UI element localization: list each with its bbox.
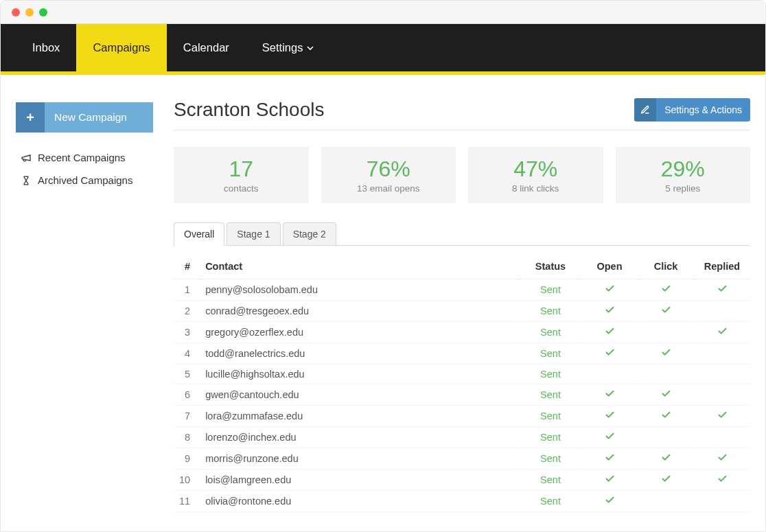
sidebar-link-archived-campaigns[interactable]: Archived Campaigns: [16, 169, 153, 192]
row-replied: [694, 384, 750, 406]
top-nav: InboxCampaignsCalendarSettings: [1, 24, 765, 75]
table-row[interactable]: 11olivia@rontone.eduSent: [174, 491, 750, 512]
row-replied: [694, 448, 750, 470]
row-click: [638, 279, 694, 301]
nav-item-label: Campaigns: [93, 41, 150, 54]
row-replied: [694, 427, 750, 448]
stat-label: 13 email opens: [328, 183, 450, 194]
check-icon: [661, 454, 671, 465]
hourglass-icon: [19, 175, 34, 186]
row-click: [638, 301, 694, 322]
main-area: + New Campaign Recent CampaignsArchived …: [1, 75, 765, 532]
sidebar-link-recent-campaigns[interactable]: Recent Campaigns: [16, 146, 153, 169]
row-click: [638, 322, 694, 343]
table-row[interactable]: 7lora@zummafase.eduSent: [174, 406, 750, 427]
check-icon: [605, 411, 615, 422]
check-icon: [605, 349, 615, 360]
nav-item-inbox[interactable]: Inbox: [16, 24, 76, 71]
check-icon: [605, 432, 615, 443]
contacts-table-wrap: # Contact Status Open Click Replied 1pen…: [174, 255, 750, 532]
table-row[interactable]: 8lorenzo@inchex.eduSent: [174, 427, 750, 448]
stat-card: 76%13 email opens: [321, 147, 456, 203]
row-replied: [694, 470, 750, 491]
row-open: [581, 384, 638, 406]
col-open: Open: [581, 255, 638, 279]
row-contact: morris@runzone.edu: [200, 448, 520, 470]
check-icon: [717, 327, 728, 338]
stat-value: 29%: [623, 157, 744, 182]
table-row[interactable]: 2conrad@tresgeoex.eduSent: [174, 301, 750, 322]
settings-actions-button[interactable]: Settings & Actions: [634, 98, 750, 122]
check-icon: [661, 475, 671, 486]
tab-stage-1[interactable]: Stage 1: [227, 222, 280, 245]
sidebar-link-label: Archived Campaigns: [38, 174, 132, 186]
stat-label: 5 replies: [623, 183, 744, 194]
row-replied: [694, 406, 750, 427]
row-click: [638, 448, 694, 470]
check-icon: [605, 327, 615, 338]
check-icon: [605, 285, 615, 296]
row-click: [638, 470, 694, 491]
row-status: Sent: [520, 343, 581, 365]
row-status: Sent: [520, 491, 581, 512]
nav-item-settings[interactable]: Settings: [246, 24, 331, 71]
row-status: Sent: [520, 322, 581, 343]
stat-value: 17: [181, 157, 302, 182]
table-row[interactable]: 1penny@solosolobam.eduSent: [174, 279, 750, 301]
contacts-table: # Contact Status Open Click Replied 1pen…: [174, 255, 750, 512]
row-index: 11: [174, 491, 200, 512]
check-icon: [717, 411, 728, 422]
table-row[interactable]: 4todd@ranelectrics.eduSent: [174, 343, 750, 365]
row-status: Sent: [520, 406, 581, 427]
table-row[interactable]: 3gregory@ozerflex.eduSent: [174, 322, 750, 343]
window-minimize-dot[interactable]: [25, 8, 34, 16]
row-index: 4: [174, 343, 200, 365]
stat-label: contacts: [181, 183, 302, 194]
row-replied: [694, 365, 750, 384]
check-icon: [605, 496, 615, 507]
new-campaign-button[interactable]: + New Campaign: [16, 102, 153, 132]
row-open: [581, 322, 638, 343]
row-open: [581, 301, 638, 322]
nav-item-calendar[interactable]: Calendar: [167, 24, 246, 71]
row-index: 2: [174, 301, 200, 322]
row-replied: [694, 322, 750, 343]
window-close-dot[interactable]: [12, 8, 20, 16]
col-contact: Contact: [200, 255, 520, 279]
row-contact: penny@solosolobam.edu: [200, 279, 520, 301]
row-index: 6: [174, 384, 200, 406]
new-campaign-label: New Campaign: [45, 102, 153, 132]
window-titlebar: [1, 1, 765, 24]
tabs: OverallStage 1Stage 2: [174, 222, 750, 246]
row-open: [581, 406, 638, 427]
check-icon: [661, 306, 671, 317]
window-zoom-dot[interactable]: [39, 8, 47, 16]
tab-overall[interactable]: Overall: [174, 222, 224, 246]
check-icon: [717, 454, 728, 465]
col-status: Status: [520, 255, 581, 279]
check-icon: [605, 390, 615, 401]
stat-card: 47%8 link clicks: [468, 147, 603, 203]
stats-row: 17contacts76%13 email opens47%8 link cli…: [174, 147, 750, 203]
row-status: Sent: [520, 384, 581, 406]
row-contact: todd@ranelectrics.edu: [200, 343, 520, 365]
nav-item-label: Calendar: [183, 41, 229, 54]
row-click: [638, 384, 694, 406]
check-icon: [605, 454, 615, 465]
table-row[interactable]: 6gwen@cantouch.eduSent: [174, 384, 750, 406]
check-icon: [605, 306, 615, 317]
divider: [174, 130, 750, 130]
table-row[interactable]: 9morris@runzone.eduSent: [174, 448, 750, 470]
table-row[interactable]: 5lucille@highsoltax.eduSent: [174, 365, 750, 384]
row-replied: [694, 491, 750, 512]
row-contact: conrad@tresgeoex.edu: [200, 301, 520, 322]
tab-stage-2[interactable]: Stage 2: [283, 222, 336, 245]
row-index: 5: [174, 365, 200, 384]
col-index: #: [174, 255, 200, 279]
nav-item-campaigns[interactable]: Campaigns: [76, 24, 166, 71]
pencil-icon: [634, 98, 656, 122]
row-contact: olivia@rontone.edu: [200, 491, 520, 512]
row-open: [581, 343, 638, 365]
check-icon: [605, 475, 615, 486]
table-row[interactable]: 10lois@lamgreen.eduSent: [174, 470, 750, 491]
